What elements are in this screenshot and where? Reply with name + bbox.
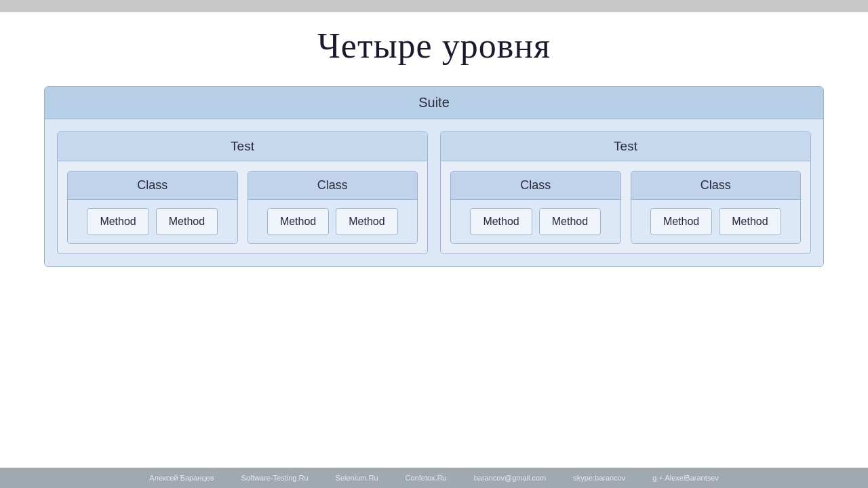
test-container-1: Test Class Method Method Class xyxy=(57,131,428,254)
class-header-1-1: Class xyxy=(68,171,237,200)
class-body-2-2: Method Method xyxy=(631,200,801,243)
footer-item-1: Алексей Баранцев xyxy=(149,474,214,482)
class-body-1-1: Method Method xyxy=(68,200,237,243)
class-header-2-2: Class xyxy=(631,171,801,200)
page-title: Четыре уровня xyxy=(317,26,551,66)
test-header-1: Test xyxy=(58,132,427,161)
method-button[interactable]: Method xyxy=(650,208,712,235)
class-container-1-1: Class Method Method xyxy=(67,171,238,244)
class-body-1-2: Method Method xyxy=(248,200,418,243)
method-button[interactable]: Method xyxy=(539,208,601,235)
class-body-2-1: Method Method xyxy=(451,200,620,243)
top-bar xyxy=(0,0,868,12)
class-header-2-1: Class xyxy=(451,171,620,200)
method-button[interactable]: Method xyxy=(470,208,532,235)
footer-item-3: Selenium.Ru xyxy=(336,474,378,482)
test-body-2: Class Method Method Class Method Method xyxy=(441,161,810,253)
suite-body: Test Class Method Method Class xyxy=(45,119,823,266)
footer-item-2: Software-Testing.Ru xyxy=(241,474,309,482)
method-button[interactable]: Method xyxy=(336,208,397,235)
method-button[interactable]: Method xyxy=(87,208,149,235)
footer-item-4: Confetox.Ru xyxy=(406,474,447,482)
footer-item-5: barancov@gmail.com xyxy=(474,474,547,482)
test-header-2: Test xyxy=(441,132,810,161)
footer-bar: Алексей Баранцев Software-Testing.Ru Sel… xyxy=(0,468,868,488)
class-header-1-2: Class xyxy=(248,171,418,200)
footer-item-7: g + AlexeiBarantsev xyxy=(652,474,719,482)
method-button[interactable]: Method xyxy=(719,208,781,235)
suite-header: Suite xyxy=(45,87,823,119)
method-button[interactable]: Method xyxy=(267,208,329,235)
main-content: Четыре уровня Suite Test Class Method Me… xyxy=(0,12,868,468)
method-button[interactable]: Method xyxy=(156,208,218,235)
class-container-1-2: Class Method Method xyxy=(248,171,418,244)
test-body-1: Class Method Method Class Method Method xyxy=(58,161,427,253)
test-container-2: Test Class Method Method Class xyxy=(440,131,811,254)
class-container-2-1: Class Method Method xyxy=(450,171,621,244)
footer-item-6: skype:barancov xyxy=(573,474,625,482)
class-container-2-2: Class Method Method xyxy=(631,171,802,244)
suite-container: Suite Test Class Method Method xyxy=(44,86,824,267)
